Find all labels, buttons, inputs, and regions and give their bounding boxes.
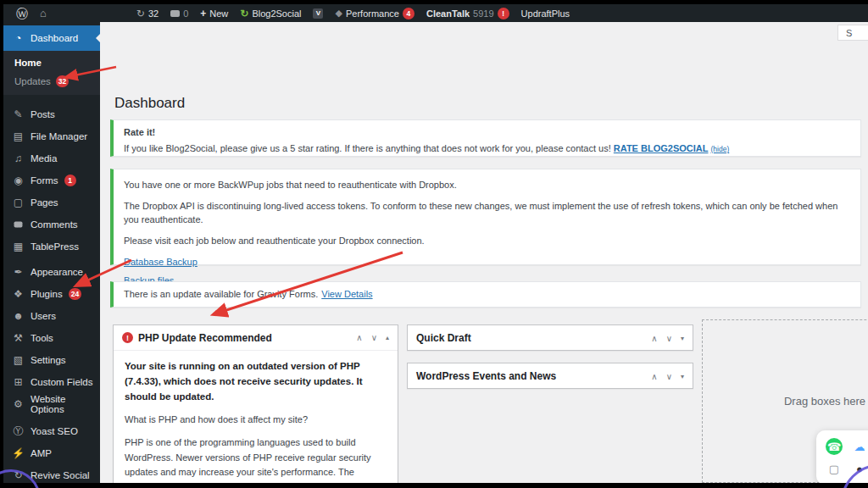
sidebar-item-label: Comments (31, 219, 78, 230)
dark-app-icon[interactable]: ● (851, 460, 868, 477)
sidebar-item-label: Plugins (31, 289, 63, 299)
sidebar-subitem-home[interactable]: Home (3, 53, 100, 72)
gravity-forms-notice: There is an update available for Gravity… (110, 281, 861, 308)
revive-social-icon: ↻ (12, 469, 25, 481)
updates-count: 32 (148, 8, 159, 19)
performance-menu-button[interactable]: ◆ Performance 4 (329, 4, 420, 22)
cleantalk-count: 5919 (473, 8, 493, 19)
move-up-icon[interactable]: ∧ (651, 334, 657, 343)
square-app-icon[interactable]: ▢ (826, 460, 843, 477)
admin-bar: Ⓦ ⌂ ↻ 32 0 + New ↻ Blog2Social V (3, 4, 868, 22)
settings-icon: ▧ (12, 354, 25, 366)
blog2social-menu-button[interactable]: ↻ Blog2Social (234, 4, 307, 22)
collapse-toggle-icon[interactable]: ▾ (681, 335, 684, 342)
wordpress-logo-icon: Ⓦ (16, 8, 28, 19)
comments-menu-button[interactable]: 0 (164, 4, 194, 22)
update-icon: ↻ (136, 8, 145, 19)
yoast-icon: V (313, 8, 323, 19)
php-panel-body: Your site is running on an outdated vers… (114, 351, 398, 483)
sidebar-item-label: Custom Fields (31, 377, 93, 387)
home-icon: ⌂ (40, 8, 47, 19)
database-backup-link[interactable]: Database Backup (124, 256, 198, 269)
notice-text: You have one or more BackWPup jobs that … (124, 179, 850, 192)
sidebar-item-custom-fields[interactable]: ⊞Custom Fields (3, 371, 100, 393)
appearance-icon: ✒ (12, 266, 25, 278)
screen-options-label: S (846, 28, 852, 38)
sidebar-item-pages[interactable]: ▢Pages (3, 191, 100, 214)
sidebar-item-website-options[interactable]: ⚙Website Options (3, 393, 100, 415)
sidebar-item-users[interactable]: ☻Users (3, 305, 100, 327)
panel-title: WordPress Events and News (416, 370, 556, 382)
performance-badge: 4 (403, 8, 415, 19)
sidebar-item-label: Forms (31, 175, 58, 186)
sidebar-item-dashboard[interactable]: ◔ Dashboard (3, 25, 100, 51)
sidebar-item-label: Yoast SEO (31, 426, 78, 436)
panel-title: Quick Draft (416, 332, 471, 344)
move-down-icon[interactable]: ∨ (666, 334, 672, 343)
move-down-icon[interactable]: ∨ (371, 333, 377, 342)
notice-text: The Dropbox API is discontinuing long-li… (124, 200, 850, 227)
yoast-menu-button[interactable]: V (307, 4, 329, 22)
view-details-link[interactable]: View Details (321, 288, 372, 302)
updates-menu-button[interactable]: ↻ 32 (131, 4, 164, 22)
events-news-header[interactable]: WordPress Events and News ∧ ∨ ▾ (408, 363, 693, 389)
sidebar-item-label: AMP (31, 448, 52, 458)
users-icon: ☻ (12, 310, 25, 322)
sidebar-item-settings[interactable]: ▧Settings (3, 349, 100, 371)
php-update-panel: ! PHP Update Recommended ∧ ∨ ▴ Your site… (113, 324, 398, 483)
screen-options-tab[interactable]: S (837, 25, 868, 41)
sidebar-item-label: Settings (31, 355, 66, 365)
performance-icon: ◆ (335, 8, 342, 18)
forms-icon: ◉ (12, 175, 25, 186)
wp-logo-menu[interactable]: Ⓦ (10, 4, 34, 22)
page-title: Dashboard (114, 95, 185, 112)
sidebar-item-yoast-seo[interactable]: ⓎYoast SEO (3, 420, 100, 442)
amp-icon: ⚡ (12, 447, 25, 459)
sidebar-item-revive-social[interactable]: ↻Revive Social (3, 464, 100, 486)
sidebar-item-plugins[interactable]: ❖Plugins24 (3, 283, 100, 305)
whatsapp-icon[interactable]: ☎ (826, 438, 843, 455)
php-warning-text: Your site is running on an outdated vers… (125, 359, 387, 404)
sidebar-item-forms[interactable]: ◉Forms1 (3, 169, 100, 191)
sidebar-item-comments[interactable]: Comments (3, 214, 100, 236)
custom-fields-icon: ⊞ (12, 376, 25, 388)
sidebar-item-appearance[interactable]: ✒Appearance (3, 261, 100, 283)
hide-notice-link[interactable]: (hide) (711, 145, 730, 153)
sidebar-item-file-manager[interactable]: ▤File Manager (3, 125, 100, 147)
php-panel-header[interactable]: ! PHP Update Recommended ∧ ∨ ▴ (114, 325, 398, 351)
new-content-button[interactable]: + New (194, 4, 234, 22)
sidebar-item-tools[interactable]: ⚒Tools (3, 327, 100, 349)
sidebar-item-posts[interactable]: ✎Posts (3, 103, 100, 125)
quick-draft-panel: Quick Draft ∧ ∨ ▾ (407, 324, 693, 351)
sidebar-item-amp[interactable]: ⚡AMP (3, 442, 100, 464)
alert-icon: ! (122, 332, 133, 343)
cleantalk-menu-button[interactable]: CleanTalk 5919 ! (420, 4, 515, 22)
sidebar-sections: ✎Posts▤File Manager♫Media◉Forms1▢PagesCo… (3, 95, 100, 486)
cloud-app-icon[interactable]: ☁ (851, 438, 868, 455)
new-label: New (209, 8, 228, 19)
subitem-label: Updates (14, 76, 51, 86)
sidebar-item-label: Appearance (31, 267, 83, 277)
forms-badge: 1 (64, 175, 76, 186)
php-question-text: What is PHP and how does it affect my si… (125, 413, 387, 427)
yoast-seo-icon: Ⓨ (12, 424, 25, 439)
collapse-toggle-icon[interactable]: ▾ (681, 373, 684, 380)
move-down-icon[interactable]: ∨ (666, 372, 672, 381)
quick-draft-header[interactable]: Quick Draft ∧ ∨ ▾ (408, 325, 693, 351)
main-content: S Dashboard Rate it! If you like Blog2So… (100, 22, 868, 483)
floating-app-widget[interactable]: ☎☁▢● (816, 430, 868, 483)
move-up-icon[interactable]: ∧ (356, 333, 362, 342)
cleantalk-badge: ! (498, 8, 509, 19)
visit-site-button[interactable]: ⌂ (34, 4, 53, 22)
plugins-badge: 24 (69, 288, 81, 300)
sidebar-subitem-updates[interactable]: Updates 32 (3, 72, 100, 91)
sidebar-item-tablepress[interactable]: ▦TablePress (3, 236, 100, 258)
updates-badge: 32 (56, 75, 69, 87)
move-up-icon[interactable]: ∧ (651, 372, 657, 381)
subitem-label: Home (14, 58, 42, 68)
updraftplus-menu-button[interactable]: UpdraftPlus (515, 4, 576, 22)
media-icon: ♫ (12, 152, 25, 164)
rate-blog2social-link[interactable]: RATE BLOG2SOCIAL (614, 143, 709, 153)
collapse-toggle-icon[interactable]: ▴ (386, 334, 389, 341)
sidebar-item-media[interactable]: ♫Media (3, 147, 100, 169)
